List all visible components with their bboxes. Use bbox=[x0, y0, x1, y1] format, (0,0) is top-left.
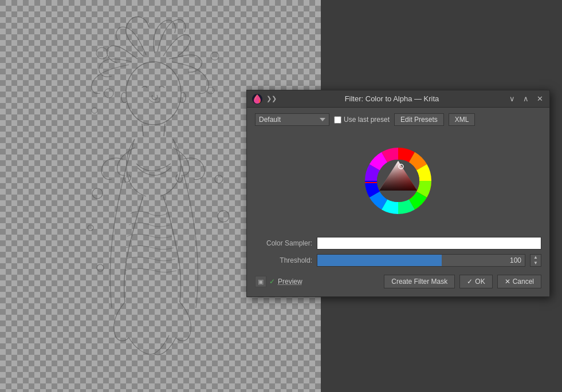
controls-section: Color Sampler: Threshold: 100 ▲ ▼ bbox=[255, 237, 541, 267]
svg-point-10 bbox=[97, 264, 104, 271]
ok-icon: ✓ bbox=[467, 278, 473, 286]
color-sampler-row: Color Sampler: bbox=[255, 237, 541, 250]
filter-dialog: ❯❯ Filter: Color to Alpha — Krita ∨ ∧ ✕ … bbox=[246, 90, 550, 297]
ok-button[interactable]: ✓ OK bbox=[459, 275, 492, 288]
svg-point-9 bbox=[218, 211, 229, 222]
ok-label: OK bbox=[475, 278, 485, 286]
preview-checkmark: ✓ bbox=[269, 278, 275, 286]
hue-ring bbox=[365, 148, 431, 214]
toolbar-row: Default Use last preset Edit Presets XML bbox=[255, 113, 541, 126]
svg-point-6 bbox=[92, 188, 103, 199]
cancel-icon: ✕ bbox=[505, 278, 510, 286]
dialog-body: Default Use last preset Edit Presets XML bbox=[247, 108, 549, 296]
restore-button[interactable]: ∧ bbox=[521, 94, 531, 104]
cancel-button[interactable]: ✕ Cancel bbox=[497, 275, 541, 288]
create-filter-mask-button[interactable]: Create Filter Mask bbox=[384, 275, 455, 288]
threshold-slider[interactable]: 100 bbox=[317, 254, 525, 267]
svg-point-4 bbox=[92, 108, 97, 113]
krita-logo-icon bbox=[251, 93, 263, 105]
titlebar-left: ❯❯ bbox=[251, 93, 277, 105]
use-last-preset-checkbox-label[interactable]: Use last preset bbox=[334, 116, 390, 124]
sketch-image bbox=[40, 10, 281, 382]
preset-select[interactable]: Default bbox=[255, 113, 329, 126]
spinbox-up-button[interactable]: ▲ bbox=[530, 255, 541, 260]
color-sampler-label: Color Sampler: bbox=[255, 239, 312, 247]
use-last-preset-label: Use last preset bbox=[344, 116, 390, 124]
dialog-titlebar: ❯❯ Filter: Color to Alpha — Krita ∨ ∧ ✕ bbox=[247, 90, 549, 108]
dialog-title: Filter: Color to Alpha — Krita bbox=[277, 94, 507, 103]
edit-presets-button[interactable]: Edit Presets bbox=[394, 113, 444, 126]
color-wheel-svg[interactable] bbox=[350, 133, 446, 229]
minimize-button[interactable]: ∨ bbox=[507, 94, 517, 104]
svg-point-7 bbox=[215, 175, 223, 183]
cancel-label: Cancel bbox=[513, 278, 534, 286]
threshold-row: Threshold: 100 ▲ ▼ bbox=[255, 254, 541, 267]
color-wheel-wrapper[interactable] bbox=[350, 133, 446, 229]
xml-button[interactable]: XML bbox=[449, 113, 475, 126]
svg-point-3 bbox=[211, 52, 219, 60]
svg-point-8 bbox=[88, 225, 93, 231]
expand-icon[interactable]: ❯❯ bbox=[266, 95, 277, 102]
color-wheel-area bbox=[255, 133, 541, 229]
color-sampler-bar[interactable] bbox=[317, 237, 541, 250]
svg-point-2 bbox=[96, 47, 108, 59]
threshold-value: 100 bbox=[510, 256, 521, 264]
preview-icon-box: ▣ bbox=[255, 276, 266, 287]
window-controls: ∨ ∧ ✕ bbox=[507, 94, 545, 104]
use-last-preset-checkbox[interactable] bbox=[334, 116, 341, 124]
spinbox-down-button[interactable]: ▼ bbox=[530, 260, 541, 266]
svg-point-5 bbox=[126, 62, 181, 125]
svg-point-1 bbox=[207, 87, 214, 94]
svg-point-0 bbox=[104, 89, 113, 98]
preview-section: ▣ ✓ Preview bbox=[255, 276, 302, 287]
close-button[interactable]: ✕ bbox=[535, 94, 545, 104]
preview-label[interactable]: Preview bbox=[278, 278, 302, 286]
threshold-spinbox[interactable]: ▲ ▼ bbox=[530, 254, 541, 267]
action-row: ▣ ✓ Preview Create Filter Mask ✓ OK ✕ Ca… bbox=[255, 275, 541, 288]
threshold-label: Threshold: bbox=[255, 256, 312, 264]
